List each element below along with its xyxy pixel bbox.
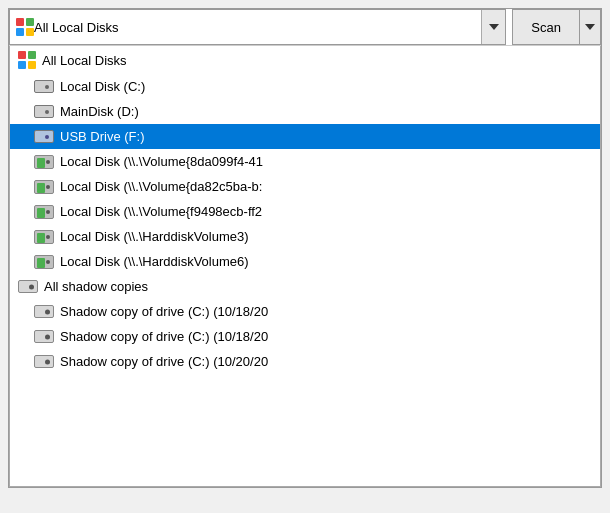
- usb-icon: [34, 130, 54, 143]
- list-item-label: Local Disk (\\.\HarddiskVolume3): [60, 229, 249, 244]
- list-item-label: USB Drive (F:): [60, 129, 145, 144]
- drive-selector-dropdown[interactable]: All Local Disks: [9, 9, 506, 45]
- scan-chevron-down-icon: [585, 24, 595, 30]
- list-item[interactable]: All shadow copies: [10, 274, 600, 299]
- vol-icon: [34, 230, 54, 244]
- dropdown-selected-text: All Local Disks: [34, 20, 475, 35]
- list-item[interactable]: Local Disk (\\.\Volume{da82c5ba-b:: [10, 174, 600, 199]
- list-item-label: Shadow copy of drive (C:) (10/18/20: [60, 304, 268, 319]
- list-item-label: All shadow copies: [44, 279, 148, 294]
- scan-button-group: Scan: [512, 9, 601, 45]
- dropdown-list: All Local DisksLocal Disk (C:)MainDisk (…: [9, 46, 601, 487]
- list-item-label: All Local Disks: [42, 53, 127, 68]
- drive-small-icon: [34, 330, 54, 343]
- list-item[interactable]: Local Disk (\\.\Volume{f9498ecb-ff2: [10, 199, 600, 224]
- list-item[interactable]: Shadow copy of drive (C:) (10/18/20: [10, 324, 600, 349]
- main-container: All Local Disks Scan All Local DisksLoca…: [8, 8, 602, 488]
- vol-icon: [34, 180, 54, 194]
- list-item[interactable]: Local Disk (\\.\HarddiskVolume3): [10, 224, 600, 249]
- list-item-label: Local Disk (\\.\Volume{da82c5ba-b:: [60, 179, 262, 194]
- list-item[interactable]: Local Disk (\\.\Volume{8da099f4-41: [10, 149, 600, 174]
- drive-small-icon: [34, 355, 54, 368]
- list-item[interactable]: MainDisk (D:): [10, 99, 600, 124]
- top-bar: All Local Disks Scan: [9, 9, 601, 46]
- vol-icon: [34, 155, 54, 169]
- hdd-icon: [34, 105, 54, 118]
- list-item-label: Local Disk (C:): [60, 79, 145, 94]
- dropdown-arrow-button[interactable]: [481, 10, 505, 44]
- hdd-icon: [34, 80, 54, 93]
- vol-icon: [34, 255, 54, 269]
- list-item-label: Local Disk (\\.\Volume{8da099f4-41: [60, 154, 263, 169]
- all-disks-icon: [16, 18, 34, 36]
- list-item[interactable]: Local Disk (C:): [10, 74, 600, 99]
- drive-small-icon: [34, 305, 54, 318]
- list-item[interactable]: Shadow copy of drive (C:) (10/18/20: [10, 299, 600, 324]
- list-item[interactable]: Shadow copy of drive (C:) (10/20/20: [10, 349, 600, 374]
- drive-list-scroll[interactable]: All Local DisksLocal Disk (C:)MainDisk (…: [10, 46, 600, 486]
- list-item-label: MainDisk (D:): [60, 104, 139, 119]
- list-item[interactable]: All Local Disks: [10, 46, 600, 74]
- vol-icon: [34, 205, 54, 219]
- all-disks-icon: [18, 51, 36, 69]
- drive-small-icon: [18, 280, 38, 293]
- list-item-label: Local Disk (\\.\Volume{f9498ecb-ff2: [60, 204, 262, 219]
- dropdown-display[interactable]: All Local Disks: [10, 10, 481, 44]
- scan-button[interactable]: Scan: [512, 9, 579, 45]
- list-item[interactable]: USB Drive (F:): [10, 124, 600, 149]
- list-item-label: Local Disk (\\.\HarddiskVolume6): [60, 254, 249, 269]
- list-item-label: Shadow copy of drive (C:) (10/20/20: [60, 354, 268, 369]
- scan-dropdown-button[interactable]: [579, 9, 601, 45]
- list-item-label: Shadow copy of drive (C:) (10/18/20: [60, 329, 268, 344]
- list-item[interactable]: Local Disk (\\.\HarddiskVolume6): [10, 249, 600, 274]
- chevron-down-icon: [489, 24, 499, 30]
